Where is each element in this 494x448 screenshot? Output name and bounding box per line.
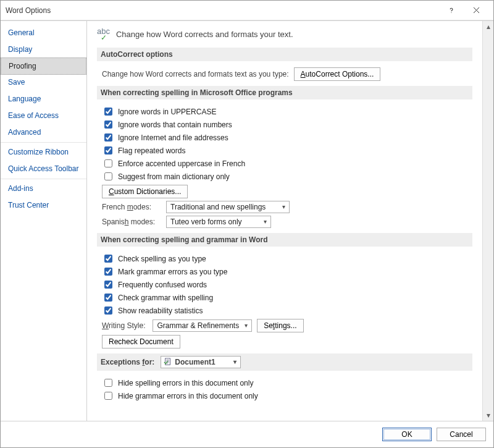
content-wrap: abc ✓ Change how Word corrects and forma… [87, 21, 493, 421]
writing-style-label: Writing Style: [102, 321, 145, 330]
sidebar-separator [1, 142, 86, 143]
cancel-button[interactable]: Cancel [437, 428, 486, 441]
settings-button[interactable]: Settings... [257, 319, 303, 332]
chk-mark-grammar[interactable]: Mark grammar errors as you type [102, 266, 472, 277]
chk-main-dictionary[interactable]: Suggest from main dictionary only [102, 171, 472, 182]
writing-style-select[interactable]: Grammar & Refinements [153, 319, 252, 332]
sidebar-separator [1, 179, 86, 179]
scroll-up-icon[interactable]: ▴ [483, 21, 493, 32]
scrollbar[interactable]: ▴ ▾ [482, 21, 493, 421]
close-button[interactable] [464, 2, 488, 19]
window-title: Word Options [6, 6, 439, 15]
help-button[interactable] [439, 2, 464, 19]
chk-readability[interactable]: Show readability statistics [102, 305, 472, 316]
document-icon [164, 358, 172, 366]
content-pane[interactable]: abc ✓ Change how Word corrects and forma… [87, 21, 482, 421]
chk-ignore-numbers[interactable]: Ignore words that contain numbers [102, 119, 472, 130]
sidebar-item-customize-ribbon[interactable]: Customize Ribbon [1, 144, 86, 161]
help-icon [448, 7, 455, 14]
recheck-document-button[interactable]: Recheck Document [102, 335, 180, 349]
sidebar-item-trust-center[interactable]: Trust Center [1, 197, 86, 214]
sidebar-item-language[interactable]: Language [1, 91, 86, 108]
sidebar: General Display Proofing Save Language E… [1, 21, 87, 421]
chk-ignore-uppercase[interactable]: Ignore words in UPPERCASE [102, 106, 472, 117]
custom-dictionaries-button[interactable]: Custom Dictionaries... [102, 185, 188, 198]
word-options-dialog: Word Options General Display Proofing Sa… [0, 0, 494, 448]
section-word-spelling: When correcting spelling and grammar in … [97, 233, 472, 247]
chk-freq-confused[interactable]: Frequently confused words [102, 279, 472, 290]
exceptions-doc-select[interactable]: Document1 [161, 356, 241, 368]
chk-ignore-internet[interactable]: Ignore Internet and file addresses [102, 132, 472, 143]
sidebar-item-quick-access-toolbar[interactable]: Quick Access Toolbar [1, 161, 86, 177]
spanish-modes-label: Spanish modes: [102, 218, 159, 226]
section-exceptions: Exceptions for: Document1 [97, 353, 472, 371]
svg-point-0 [451, 12, 451, 12]
chk-hide-grammar[interactable]: Hide grammar errors in this document onl… [102, 390, 472, 402]
chk-enforce-french[interactable]: Enforce accented uppercase in French [102, 158, 472, 169]
chk-check-spelling[interactable]: Check spelling as you type [102, 253, 472, 264]
exceptions-label: Exceptions for: [101, 358, 154, 366]
french-modes-select[interactable]: Traditional and new spellings [166, 201, 290, 213]
autocorrect-options-button[interactable]: AutoCorrect Options... [294, 67, 381, 81]
page-header: abc ✓ Change how Word corrects and forma… [97, 27, 472, 41]
dialog-body: General Display Proofing Save Language E… [1, 20, 493, 421]
sidebar-item-general[interactable]: General [1, 25, 86, 41]
ok-button[interactable]: OK [382, 428, 432, 441]
sidebar-item-display[interactable]: Display [1, 41, 86, 58]
french-modes-label: French modes: [102, 203, 159, 211]
section-autocorrect: AutoCorrect options [97, 48, 472, 61]
sidebar-item-save[interactable]: Save [1, 74, 86, 91]
spanish-modes-select[interactable]: Tuteo verb forms only [166, 216, 271, 228]
dialog-footer: OK Cancel [1, 421, 493, 447]
scroll-track[interactable] [483, 32, 493, 410]
sidebar-item-ease-of-access[interactable]: Ease of Access [1, 108, 86, 124]
chk-hide-spelling[interactable]: Hide spelling errors in this document on… [102, 377, 472, 389]
chk-grammar-spelling[interactable]: Check grammar with spelling [102, 292, 472, 303]
sidebar-item-advanced[interactable]: Advanced [1, 124, 86, 141]
titlebar: Word Options [1, 1, 493, 20]
close-icon [473, 7, 480, 14]
proofing-icon: abc ✓ [97, 27, 110, 41]
section-office-spelling: When correcting spelling in Microsoft Of… [97, 86, 472, 99]
chk-flag-repeated[interactable]: Flag repeated words [102, 145, 472, 156]
autocorrect-caption: Change how Word corrects and formats tex… [102, 70, 289, 78]
sidebar-item-add-ins[interactable]: Add-ins [1, 180, 86, 197]
page-heading: Change how Word corrects and formats you… [116, 30, 293, 39]
scroll-down-icon[interactable]: ▾ [483, 410, 493, 421]
sidebar-item-proofing[interactable]: Proofing [1, 57, 86, 75]
